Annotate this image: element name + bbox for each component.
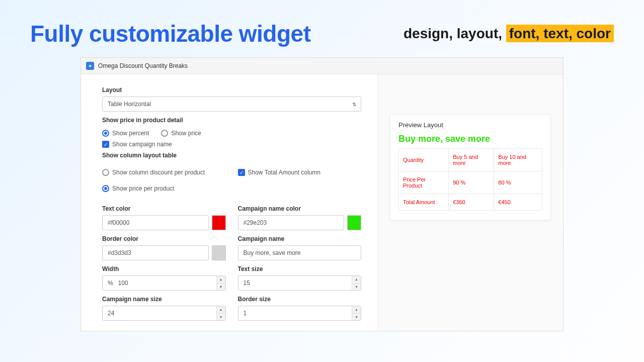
radio-price-per-product[interactable]: Show price per product — [102, 185, 226, 192]
campaign-name-label: Campaign name — [238, 235, 362, 242]
radio-icon — [102, 130, 109, 137]
app-window: ✦ Omega Discount Quantity Breaks Layout … — [80, 57, 564, 331]
radio-col-discount[interactable]: Show column discount per product — [102, 169, 226, 176]
app-logo-icon: ✦ — [86, 62, 94, 70]
text-size-spinner[interactable]: ▲▼ — [352, 276, 361, 290]
layout-label: Layout — [102, 86, 361, 94]
campaign-color-label: Campaign name color — [238, 205, 362, 212]
radio-show-percent-label: Show percent — [112, 130, 149, 137]
radio-icon — [161, 130, 168, 137]
page-subtitle-highlight: font, text, color — [506, 25, 614, 42]
cell-col1-header: Buy 5 and more — [449, 149, 494, 171]
cell-col2-total: €450 — [494, 194, 542, 211]
checkbox-icon: ✓ — [102, 141, 109, 148]
layout-select[interactable]: Table Horizontal — [102, 97, 361, 112]
cell-col2-header: Buy 10 and more — [494, 149, 542, 171]
radio-show-price-label: Show price — [171, 130, 201, 137]
caret-down-icon: ▼ — [352, 314, 361, 321]
radio-show-price[interactable]: Show price — [161, 130, 201, 137]
cell-qty-label: Quantity — [399, 149, 449, 171]
checkbox-icon: ✓ — [238, 169, 245, 176]
width-spinner[interactable]: ▲▼ — [216, 276, 225, 290]
checkbox-show-campaign-name-label: Show campaign name — [112, 141, 172, 148]
cell-price-label: Price Per Product — [399, 171, 449, 194]
border-size-spinner[interactable]: ▲▼ — [352, 306, 361, 320]
checkbox-show-campaign-name[interactable]: ✓ Show campaign name — [102, 141, 361, 148]
width-input[interactable] — [102, 276, 226, 291]
caret-down-icon: ▼ — [352, 284, 361, 291]
radio-icon — [102, 169, 109, 176]
caret-up-icon: ▲ — [352, 276, 361, 284]
campaign-size-spinner[interactable]: ▲▼ — [216, 306, 225, 320]
checkbox-total-amount[interactable]: ✓ Show Total Amount column — [238, 169, 362, 176]
campaign-color-swatch[interactable] — [347, 215, 361, 230]
caret-down-icon: ▼ — [217, 284, 225, 291]
text-color-swatch[interactable] — [212, 215, 226, 230]
campaign-size-label: Campaign name size — [102, 296, 226, 303]
border-color-swatch[interactable] — [212, 245, 226, 260]
caret-up-icon: ▲ — [217, 276, 225, 284]
radio-show-percent[interactable]: Show percent — [102, 130, 149, 137]
border-color-input[interactable] — [102, 245, 209, 260]
campaign-color-input[interactable] — [238, 215, 345, 230]
table-row: Quantity Buy 5 and more Buy 10 and more — [399, 149, 542, 171]
radio-price-per-product-label: Show price per product — [112, 185, 174, 192]
caret-up-icon: ▲ — [217, 306, 225, 314]
settings-form: Layout Table Horizontal ⇅ Show price in … — [81, 74, 378, 331]
border-size-label: Border size — [238, 296, 362, 303]
cell-total-label: Total Amount — [399, 194, 449, 211]
show-price-label: Show price in product detail — [102, 117, 361, 124]
preview-card: Preview Layout Buy more, save more Quant… — [390, 115, 551, 220]
table-row: Total Amount €360 €450 — [399, 194, 542, 211]
text-size-input[interactable] — [238, 276, 362, 291]
cell-col1-total: €360 — [449, 194, 494, 211]
campaign-size-input[interactable] — [102, 306, 226, 321]
caret-up-icon: ▲ — [352, 306, 361, 314]
preview-campaign-name: Buy more, save more — [398, 134, 542, 144]
app-title: Omega Discount Quantity Breaks — [98, 62, 188, 69]
text-color-input[interactable] — [102, 215, 209, 230]
campaign-name-input[interactable] — [238, 245, 362, 260]
radio-col-discount-label: Show column discount per product — [112, 169, 205, 176]
page-subtitle-plain: design, layout, — [404, 26, 506, 41]
checkbox-total-amount-label: Show Total Amount column — [248, 169, 321, 176]
cell-col1-price: 90 % — [449, 171, 494, 194]
caret-down-icon: ▼ — [217, 314, 225, 321]
page-heading: Fully customizable widget — [30, 20, 310, 47]
page-subtitle: design, layout, font, text, color — [404, 26, 614, 42]
preview-title: Preview Layout — [398, 121, 542, 129]
table-row: Price Per Product 90 % 80 % — [399, 171, 542, 194]
text-color-label: Text color — [102, 205, 226, 212]
column-layout-label: Show column layout table — [102, 152, 361, 159]
border-size-input[interactable] — [238, 306, 362, 321]
width-label: Width — [102, 265, 226, 273]
preview-panel: Preview Layout Buy more, save more Quant… — [378, 74, 563, 331]
border-color-label: Border color — [102, 235, 226, 242]
text-size-label: Text size — [238, 265, 362, 273]
radio-icon — [102, 185, 109, 192]
app-titlebar: ✦ Omega Discount Quantity Breaks — [81, 58, 563, 74]
cell-col2-price: 80 % — [494, 171, 542, 194]
preview-table: Quantity Buy 5 and more Buy 10 and more … — [398, 148, 542, 211]
